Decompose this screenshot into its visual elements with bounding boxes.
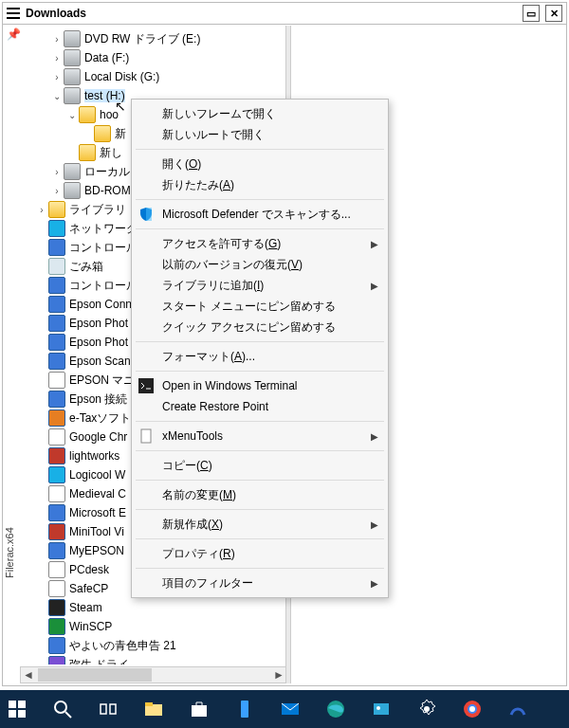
menu-item[interactable]: Microsoft Defender でスキャンする...: [134, 204, 386, 225]
menu-item[interactable]: クイック アクセスにピン留めする: [134, 317, 386, 337]
hamburger-icon[interactable]: [7, 8, 20, 19]
scroll-thumb[interactable]: [38, 668, 152, 682]
tree-label: Medieval C: [69, 487, 126, 500]
minimize-button[interactable]: ▭: [523, 5, 540, 22]
sidebar-text: Filerac.x64: [4, 527, 15, 578]
menu-item[interactable]: プロパティ(R): [134, 543, 386, 564]
tree-label: ネットワーク: [69, 221, 138, 237]
svg-rect-5: [9, 710, 16, 718]
bin-icon: [48, 258, 65, 275]
cursor-icon: ↖: [115, 99, 126, 114]
app-icon: [48, 353, 65, 370]
tree-row[interactable]: 弥生 ドライ: [20, 655, 287, 664]
app-icon: [48, 466, 65, 483]
menu-item[interactable]: 項目のフィルター▶: [134, 573, 386, 593]
app-icon: [48, 296, 65, 313]
pin-icon[interactable]: 📌: [7, 27, 21, 41]
folder-icon: [79, 106, 96, 123]
tree-label: e-Taxソフト: [69, 410, 131, 427]
tree-row[interactable]: ›Local Disk (G:): [20, 67, 287, 86]
menu-item[interactable]: 開く(O): [134, 154, 386, 174]
start-button[interactable]: [6, 698, 28, 720]
tree-label: SafeCP: [69, 582, 108, 595]
menu-item[interactable]: 折りたたみ(A): [134, 174, 386, 195]
submenu-arrow-icon: ▶: [371, 578, 378, 589]
expand-icon[interactable]: ⌄: [65, 110, 79, 120]
expand-icon[interactable]: ›: [50, 34, 64, 45]
svg-rect-0: [146, 208, 152, 221]
close-button[interactable]: ✕: [545, 5, 562, 22]
menu-item[interactable]: Create Restore Point: [134, 396, 386, 417]
tree-label: やよいの青色申告 21: [69, 638, 176, 654]
tree-label: Microsoft E: [69, 506, 126, 519]
menu-separator: [136, 199, 384, 200]
app-icon: [48, 485, 65, 502]
phone-icon[interactable]: [233, 698, 256, 720]
taskview-icon[interactable]: [97, 698, 119, 720]
horizontal-scrollbar[interactable]: ◄ ►: [20, 666, 287, 683]
explorer-icon[interactable]: [142, 698, 165, 720]
folder-icon: [48, 201, 65, 218]
app-icon: [48, 599, 65, 616]
app-icon: [48, 315, 65, 332]
tree-label: ローカル: [84, 164, 130, 180]
tree-row[interactable]: WinSCP: [20, 617, 287, 636]
svg-rect-9: [110, 704, 116, 714]
menu-item[interactable]: Open in Windows Terminal: [134, 375, 386, 396]
app-icon: [48, 220, 65, 237]
tree-label: MyEPSON: [69, 544, 124, 557]
menu-item[interactable]: xMenuTools▶: [134, 426, 386, 446]
app-icon: [48, 523, 65, 540]
menu-item[interactable]: ライブラリに追加(I)▶: [134, 275, 386, 296]
menu-item[interactable]: 名前の変更(M): [134, 484, 386, 505]
app-icon[interactable]: [506, 698, 529, 720]
tree-label: WinSCP: [69, 620, 112, 633]
tree-label: Epson 接続: [69, 391, 127, 408]
settings-icon[interactable]: [415, 698, 438, 720]
tree-label: ライブラリ: [69, 202, 126, 218]
chrome-icon[interactable]: [461, 698, 484, 720]
menu-item[interactable]: アクセスを許可する(G)▶: [134, 233, 386, 254]
scroll-right-icon[interactable]: ►: [271, 668, 286, 682]
disk-icon: [64, 30, 81, 47]
titlebar: Downloads ▭ ✕: [3, 3, 566, 25]
menu-item[interactable]: 以前のバージョンの復元(V): [134, 254, 386, 275]
tree-label: Google Chr: [69, 430, 127, 444]
expand-icon[interactable]: ⌄: [50, 91, 64, 101]
menu-item[interactable]: フォーマット(A)...: [134, 346, 386, 367]
tree-label: PCdesk: [69, 563, 109, 576]
tree-label: Epson Phot: [69, 336, 128, 349]
scroll-left-icon[interactable]: ◄: [21, 668, 36, 682]
menu-item[interactable]: スタート メニューにピン留めする: [134, 296, 386, 317]
tree-row[interactable]: ›Data (F:): [20, 48, 287, 67]
submenu-arrow-icon: ▶: [371, 281, 378, 291]
mail-icon[interactable]: [279, 698, 302, 720]
search-icon[interactable]: [51, 698, 74, 720]
disk-icon: [64, 49, 81, 66]
store-icon[interactable]: [188, 698, 211, 720]
edge-icon[interactable]: [324, 698, 347, 720]
tree-row[interactable]: Steam: [20, 598, 287, 617]
expand-icon[interactable]: ›: [50, 72, 64, 82]
photos-icon[interactable]: [370, 698, 393, 720]
submenu-arrow-icon: ▶: [371, 431, 378, 442]
context-menu: 新しいフレームで開く新しいルートで開く開く(O)折りたたみ(A)Microsof…: [131, 99, 389, 598]
menu-separator: [136, 538, 384, 539]
expand-icon[interactable]: ›: [50, 186, 64, 196]
app-icon: [48, 391, 65, 408]
menu-item[interactable]: コピー(C): [134, 455, 386, 476]
expand-icon[interactable]: ›: [50, 167, 64, 177]
menu-item[interactable]: 新規作成(X)▶: [134, 514, 386, 535]
menu-item[interactable]: 新しいフレームで開く: [134, 103, 386, 124]
app-icon: [48, 618, 65, 635]
tree-label: Epson Phot: [69, 317, 128, 330]
expand-icon[interactable]: ›: [35, 205, 48, 215]
menu-item[interactable]: 新しいルートで開く: [134, 124, 386, 145]
submenu-arrow-icon: ▶: [371, 519, 378, 530]
app-icon: [48, 580, 65, 597]
menu-separator: [136, 421, 384, 422]
expand-icon[interactable]: ›: [50, 53, 64, 64]
tree-row[interactable]: やよいの青色申告 21: [20, 636, 287, 655]
app-icon: [48, 637, 65, 654]
tree-row[interactable]: ›DVD RW ドライブ (E:): [20, 29, 287, 48]
